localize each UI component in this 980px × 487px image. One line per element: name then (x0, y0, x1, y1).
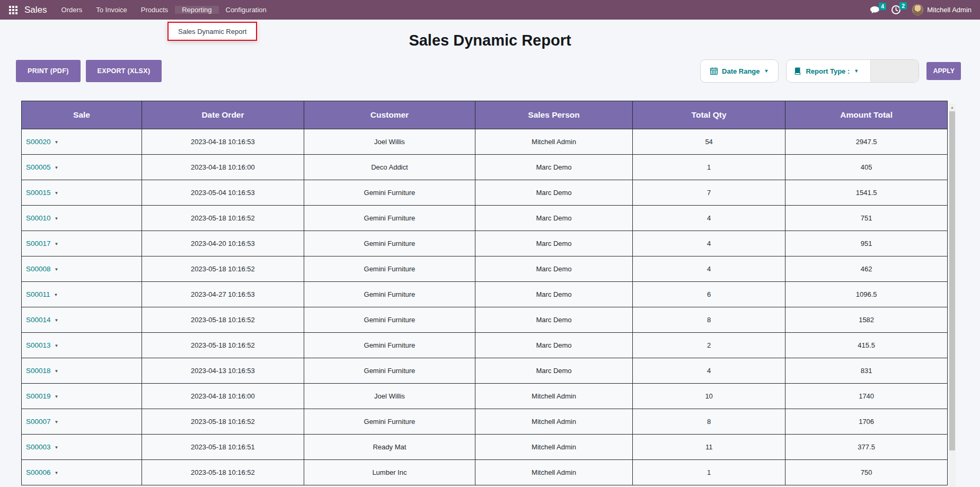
sale-order-link[interactable]: S00003 (26, 443, 51, 451)
user-name: Mitchell Admin (927, 6, 972, 14)
activities-clock-icon[interactable]: 2 (891, 5, 900, 14)
sale-order-link[interactable]: S00020 (26, 138, 51, 146)
report-table-area: Sale Date Order Customer Sales Person To… (21, 101, 948, 485)
sale-order-link[interactable]: S00006 (26, 468, 51, 476)
sale-cell: S00015▼ (22, 180, 142, 206)
report-table: Sale Date Order Customer Sales Person To… (21, 101, 948, 485)
amount-total-cell: 751 (785, 206, 948, 231)
report-type-label: Report Type : (806, 67, 850, 75)
date-order-cell: 2023-04-18 10:16:00 (142, 384, 304, 409)
customer-cell: Joel Willis (304, 384, 475, 409)
chevron-down-icon[interactable]: ▼ (55, 216, 59, 221)
chevron-down-icon[interactable]: ▼ (55, 471, 59, 475)
menu-item-configuration[interactable]: Configuration (219, 6, 273, 14)
report-type-select[interactable] (870, 60, 919, 82)
sales-person-cell: Mitchell Admin (475, 384, 633, 409)
chevron-down-icon: ▼ (854, 68, 859, 74)
customer-cell: Gemini Furniture (304, 231, 475, 256)
table-row: S00019▼2023-04-18 10:16:00Joel WillisMit… (22, 384, 948, 409)
chevron-down-icon[interactable]: ▼ (55, 191, 59, 196)
amount-total-cell: 2947.5 (785, 129, 948, 155)
page-title: Sales Dynamic Report (0, 32, 980, 49)
sales-person-cell: Marc Demo (475, 282, 633, 307)
amount-total-cell: 1740 (785, 384, 948, 409)
menu-item-products[interactable]: Products (134, 6, 175, 14)
customer-cell: Ready Mat (304, 435, 475, 460)
sales-person-cell: Marc Demo (475, 155, 633, 180)
date-order-cell: 2023-05-18 10:16:52 (142, 333, 304, 358)
total-qty-cell: 10 (633, 384, 785, 409)
sale-order-link[interactable]: S00010 (26, 214, 51, 222)
total-qty-cell: 4 (633, 256, 785, 282)
chevron-down-icon[interactable]: ▼ (55, 343, 59, 348)
chevron-down-icon[interactable]: ▼ (55, 267, 59, 272)
amount-total-cell: 1582 (785, 307, 948, 333)
table-row: S00020▼2023-04-18 10:16:53Joel WillisMit… (22, 129, 948, 155)
sale-cell: S00005▼ (22, 155, 142, 180)
column-header-amount-total: Amount Total (785, 101, 948, 129)
chevron-down-icon[interactable]: ▼ (55, 420, 59, 424)
vertical-scrollbar[interactable]: ▲ (949, 103, 956, 487)
column-header-customer: Customer (304, 101, 475, 129)
sale-order-link[interactable]: S00007 (26, 418, 51, 426)
menu-item-reporting[interactable]: Reporting (175, 6, 218, 14)
chevron-down-icon[interactable]: ▼ (55, 242, 59, 246)
sale-cell: S00006▼ (22, 460, 142, 485)
sale-cell: S00017▼ (22, 231, 142, 256)
export-xlsx-button[interactable]: EXPORT (XLSX) (86, 60, 162, 82)
date-order-cell: 2023-05-18 10:16:52 (142, 256, 304, 282)
amount-total-cell: 951 (785, 231, 948, 256)
messages-icon[interactable]: 4 (870, 6, 880, 14)
sale-order-link[interactable]: S00015 (26, 189, 51, 197)
chevron-down-icon[interactable]: ▼ (55, 394, 59, 399)
sale-order-link[interactable]: S00013 (26, 341, 51, 349)
chevron-down-icon[interactable]: ▼ (54, 293, 58, 297)
apps-grid-icon[interactable] (4, 6, 22, 14)
total-qty-cell: 7 (633, 180, 785, 206)
amount-total-cell: 377.5 (785, 435, 948, 460)
sales-person-cell: Marc Demo (475, 358, 633, 384)
column-header-total-qty: Total Qty (633, 101, 785, 129)
menu-item-orders[interactable]: Orders (55, 6, 90, 14)
menu-item-to-invoice[interactable]: To Invoice (89, 6, 134, 14)
sales-person-cell: Marc Demo (475, 206, 633, 231)
messages-count-badge: 4 (879, 3, 886, 10)
chevron-down-icon[interactable]: ▼ (55, 318, 59, 323)
sale-order-link[interactable]: S00008 (26, 265, 51, 273)
chevron-down-icon[interactable]: ▼ (55, 445, 59, 450)
total-qty-cell: 4 (633, 231, 785, 256)
table-row: S00013▼2023-05-18 10:16:52Gemini Furnitu… (22, 333, 948, 358)
chevron-down-icon[interactable]: ▼ (55, 165, 59, 170)
print-pdf-button[interactable]: PRINT (PDF) (16, 60, 81, 82)
sale-order-link[interactable]: S00019 (26, 392, 51, 400)
sale-order-link[interactable]: S00005 (26, 163, 51, 171)
date-order-cell: 2023-04-18 10:16:00 (142, 155, 304, 180)
scrollbar-up-arrow-icon[interactable]: ▲ (949, 103, 956, 111)
amount-total-cell: 405 (785, 155, 948, 180)
sale-order-link[interactable]: S00014 (26, 316, 51, 324)
chevron-down-icon[interactable]: ▼ (55, 369, 59, 374)
user-menu[interactable]: Mitchell Admin (912, 4, 972, 15)
report-type-dropdown[interactable]: Report Type : ▼ (786, 59, 919, 83)
app-brand[interactable]: Sales (22, 5, 55, 15)
customer-cell: Deco Addict (304, 155, 475, 180)
chevron-down-icon[interactable]: ▼ (55, 140, 59, 145)
menu-item-sales-dynamic-report[interactable]: Sales Dynamic Report (178, 28, 246, 36)
total-qty-cell: 1 (633, 155, 785, 180)
table-row: S00005▼2023-04-18 10:16:00Deco AddictMar… (22, 155, 948, 180)
sale-order-link[interactable]: S00011 (26, 290, 50, 298)
sale-order-link[interactable]: S00018 (26, 367, 51, 375)
date-order-cell: 2023-04-27 10:16:53 (142, 282, 304, 307)
scrollbar-thumb[interactable] (949, 111, 955, 450)
sales-person-cell: Marc Demo (475, 333, 633, 358)
sales-person-cell: Mitchell Admin (475, 460, 633, 485)
sales-person-cell: Mitchell Admin (475, 435, 633, 460)
date-order-cell: 2023-05-18 10:16:52 (142, 307, 304, 333)
apply-button[interactable]: APPLY (926, 62, 961, 80)
sales-person-cell: Marc Demo (475, 231, 633, 256)
date-range-dropdown[interactable]: Date Range ▼ (700, 59, 779, 83)
sale-order-link[interactable]: S00017 (26, 240, 51, 247)
amount-total-cell: 831 (785, 358, 948, 384)
customer-cell: Gemini Furniture (304, 180, 475, 206)
customer-cell: Gemini Furniture (304, 256, 475, 282)
